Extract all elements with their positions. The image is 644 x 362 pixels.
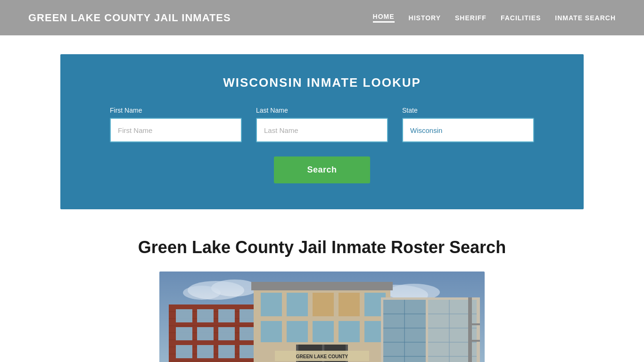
nav-sheriff[interactable]: SHERIFF: [455, 14, 487, 22]
svg-rect-25: [197, 345, 214, 358]
state-input[interactable]: [402, 118, 534, 142]
last-name-label: Last Name: [256, 107, 388, 114]
state-group: State: [402, 107, 534, 142]
svg-rect-30: [261, 293, 282, 316]
svg-rect-23: [239, 327, 256, 340]
first-name-group: First Name: [110, 107, 242, 142]
svg-rect-35: [261, 321, 282, 342]
svg-text:GREEN LAKE COUNTY: GREEN LAKE COUNTY: [296, 354, 348, 359]
lookup-title: WISCONSIN INMATE LOOKUP: [89, 75, 555, 90]
search-fields-container: First Name Last Name State: [89, 107, 555, 142]
svg-rect-60: [468, 340, 480, 342]
nav-facilities[interactable]: FACILITIES: [501, 14, 541, 22]
svg-rect-26: [218, 345, 235, 358]
svg-point-3: [183, 286, 221, 300]
main-nav: HOME HISTORY SHERIFF FACILITIES INMATE S…: [373, 13, 616, 23]
svg-rect-17: [197, 309, 214, 322]
svg-rect-24: [176, 345, 192, 358]
svg-rect-22: [218, 327, 235, 340]
content-title: Green Lake County Jail Inmate Roster Sea…: [60, 238, 584, 257]
svg-rect-19: [239, 309, 256, 322]
svg-rect-58: [468, 297, 472, 362]
nav-inmate-search[interactable]: INMATE SEARCH: [555, 14, 616, 22]
svg-rect-29: [251, 282, 393, 290]
building-image-container: GREEN LAKE COUNTY: [159, 272, 485, 362]
state-label: State: [402, 107, 534, 114]
first-name-input[interactable]: [110, 118, 242, 142]
svg-rect-31: [287, 293, 308, 316]
last-name-input[interactable]: [256, 118, 388, 142]
site-header: GREEN LAKE COUNTY JAIL INMATES HOME HIST…: [0, 0, 644, 35]
svg-rect-32: [313, 293, 334, 316]
svg-rect-27: [239, 345, 256, 358]
svg-rect-36: [287, 321, 308, 342]
svg-rect-33: [339, 293, 360, 316]
svg-rect-59: [468, 323, 480, 325]
last-name-group: Last Name: [256, 107, 388, 142]
search-button[interactable]: Search: [274, 156, 370, 183]
svg-rect-37: [313, 321, 334, 342]
search-button-row: Search: [89, 156, 555, 183]
svg-rect-20: [176, 327, 192, 340]
svg-rect-18: [218, 309, 235, 322]
svg-rect-38: [339, 321, 360, 342]
first-name-label: First Name: [110, 107, 242, 114]
svg-rect-16: [176, 309, 192, 322]
building-svg: GREEN LAKE COUNTY: [159, 272, 485, 362]
svg-rect-21: [197, 327, 214, 340]
nav-history[interactable]: HISTORY: [409, 14, 441, 22]
nav-home[interactable]: HOME: [373, 13, 395, 23]
content-section: Green Lake County Jail Inmate Roster Sea…: [60, 228, 584, 362]
site-title: GREEN LAKE COUNTY JAIL INMATES: [28, 12, 231, 24]
inmate-lookup-section: WISCONSIN INMATE LOOKUP First Name Last …: [60, 54, 584, 209]
